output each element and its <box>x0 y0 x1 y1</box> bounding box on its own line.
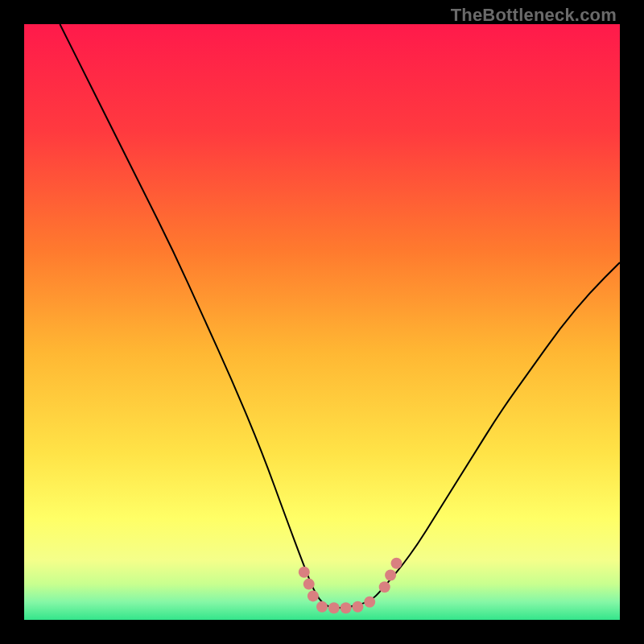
bottleneck-curve <box>60 24 620 608</box>
valley-marker <box>379 581 390 592</box>
valley-marker <box>328 602 340 613</box>
valley-markers <box>299 558 402 614</box>
valley-marker <box>352 601 363 613</box>
curve-layer <box>24 24 620 620</box>
valley-marker <box>316 601 328 613</box>
valley-marker <box>303 579 315 590</box>
valley-marker <box>385 570 396 581</box>
watermark-text: TheBottleneck.com <box>451 5 617 26</box>
valley-marker <box>308 590 319 601</box>
valley-marker <box>341 602 352 613</box>
valley-marker <box>299 567 310 578</box>
valley-marker <box>364 597 375 608</box>
chart-frame: TheBottleneck.com <box>0 0 644 644</box>
valley-marker <box>391 558 402 569</box>
plot-area <box>24 24 620 620</box>
